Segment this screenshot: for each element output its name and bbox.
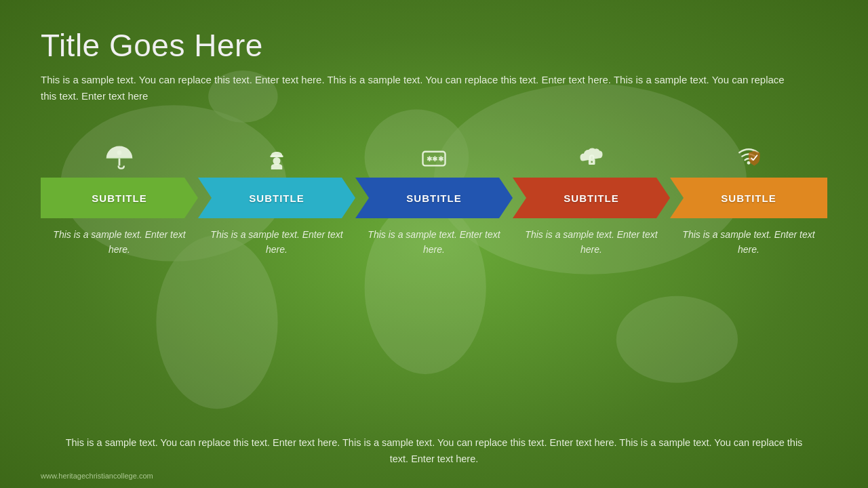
svg-rect-11 [270,155,283,157]
icon-umbrella [104,125,134,172]
watermark: www.heritagechristiancollege.com [41,472,153,480]
page-title: Title Goes Here [41,27,827,64]
arrow-1: SUBTITLE [41,178,198,218]
icon-worker [262,125,292,172]
desc-1: This is a sample text. Enter text here. [41,228,198,257]
footer-paragraph: This is a sample text. You can replace t… [61,435,807,468]
arrow-5: SUBTITLE [670,178,827,218]
arrow-2: SUBTITLE [198,178,355,218]
arrow-3: SUBTITLE [355,178,513,218]
desc-4: This is a sample text. Enter text here. [513,228,670,257]
arrow-4: SUBTITLE [513,178,670,218]
desc-3: This is a sample text. Enter text here. [355,228,513,257]
arrow-column-3: ✱ ✱ ✱ SUBTITLE This is a sample text. En… [355,125,513,257]
icon-wifi-shield [734,125,764,172]
intro-paragraph: This is a sample text. You can replace t… [41,72,787,104]
svg-point-10 [117,150,122,155]
desc-5: This is a sample text. Enter text here. [670,228,827,257]
desc-2: This is a sample text. Enter text here. [198,228,355,257]
arrows-section: SUBTITLE This is a sample text. Enter te… [41,125,827,415]
main-content: Title Goes Here This is a sample text. Y… [0,0,868,488]
svg-text:✱: ✱ [438,155,444,163]
icon-cloudlock [576,125,606,172]
arrow-column-4: SUBTITLE This is a sample text. Enter te… [513,125,670,257]
arrow-column-1: SUBTITLE This is a sample text. Enter te… [41,125,198,257]
svg-rect-7 [119,158,121,165]
arrow-column-5: SUBTITLE This is a sample text. Enter te… [670,125,827,257]
icon-password: ✱ ✱ ✱ [419,125,449,172]
arrow-column-2: SUBTITLE This is a sample text. Enter te… [198,125,355,257]
svg-point-12 [273,157,281,165]
svg-point-18 [591,161,593,163]
